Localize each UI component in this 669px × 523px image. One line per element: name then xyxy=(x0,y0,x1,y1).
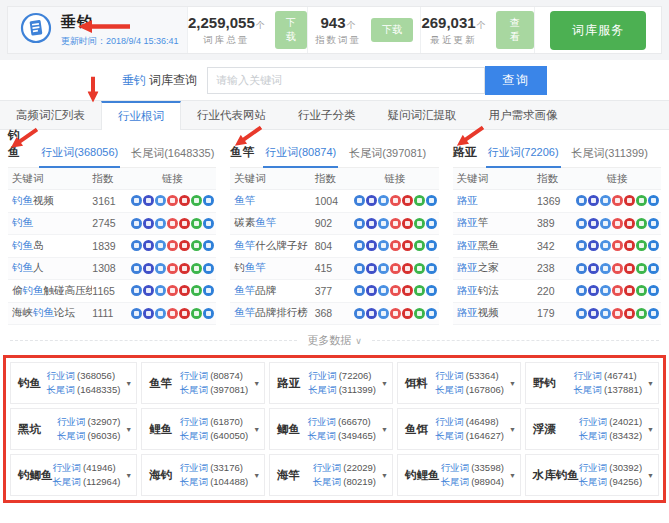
link-platform-icon[interactable] xyxy=(155,285,166,296)
link-platform-icon[interactable] xyxy=(576,240,587,251)
link-platform-icon[interactable] xyxy=(636,218,647,229)
longtail-words-link[interactable]: 长尾词 xyxy=(435,430,464,441)
link-platform-icon[interactable] xyxy=(576,285,587,296)
link-platform-icon[interactable] xyxy=(167,240,178,251)
link-platform-icon[interactable] xyxy=(131,308,142,319)
link-platform-icon[interactable] xyxy=(354,240,365,251)
tab-industry-root-words[interactable]: 行业根词 xyxy=(101,101,181,130)
root-word-card[interactable]: 钓鱼行业词(368056)长尾词(1648335)▼ xyxy=(10,362,137,404)
link-platform-icon[interactable] xyxy=(390,240,401,251)
keyword-link[interactable]: 路亚 xyxy=(453,194,537,208)
link-platform-icon[interactable] xyxy=(390,308,401,319)
link-platform-icon[interactable] xyxy=(203,195,214,206)
link-platform-icon[interactable] xyxy=(414,195,425,206)
industry-words-link[interactable]: 行业词 xyxy=(307,416,336,427)
industry-words-tab[interactable]: 行业词(368056) xyxy=(39,145,120,168)
link-platform-icon[interactable] xyxy=(600,263,611,274)
link-platform-icon[interactable] xyxy=(354,195,365,206)
longtail-words-link[interactable]: 长尾词 xyxy=(435,384,464,395)
link-platform-icon[interactable] xyxy=(636,263,647,274)
link-platform-icon[interactable] xyxy=(390,285,401,296)
link-platform-icon[interactable] xyxy=(179,240,190,251)
longtail-words-link[interactable]: 长尾词 xyxy=(180,476,209,487)
link-platform-icon[interactable] xyxy=(167,195,178,206)
search-input[interactable] xyxy=(207,67,485,94)
root-word-card[interactable]: 鲤鱼行业词(61870)长尾词(640050)▼ xyxy=(141,408,265,450)
link-platform-icon[interactable] xyxy=(155,195,166,206)
longtail-words-link[interactable]: 长尾词 xyxy=(180,430,209,441)
longtail-words-link[interactable]: 长尾词 xyxy=(441,476,470,487)
link-platform-icon[interactable] xyxy=(414,218,425,229)
link-platform-icon[interactable] xyxy=(648,218,659,229)
industry-words-link[interactable]: 行业词 xyxy=(57,416,86,427)
link-platform-icon[interactable] xyxy=(402,195,413,206)
root-word-card[interactable]: 黑坑行业词(32907)长尾词(96036)▼ xyxy=(10,408,137,450)
link-platform-icon[interactable] xyxy=(366,308,377,319)
root-word-card[interactable]: 钓鲤鱼行业词(33598)长尾词(98904)▼ xyxy=(397,454,521,496)
tab-industry-subcategories[interactable]: 行业子分类 xyxy=(282,101,372,129)
root-word-card[interactable]: 路亚行业词(72206)长尾词(311399)▼ xyxy=(269,362,393,404)
tab-user-demand-profile[interactable]: 用户需求画像 xyxy=(473,101,574,129)
root-word-card[interactable]: 鱼竿行业词(80874)长尾词(397081)▼ xyxy=(141,362,265,404)
longtail-words-link[interactable]: 长尾词 xyxy=(47,384,76,395)
longtail-words-link[interactable]: 长尾词 xyxy=(53,476,82,487)
query-button[interactable]: 查询 xyxy=(485,66,547,95)
industry-words-link[interactable]: 行业词 xyxy=(180,416,209,427)
chevron-down-icon[interactable]: ▼ xyxy=(125,426,132,433)
link-platform-icon[interactable] xyxy=(366,263,377,274)
longtail-words-link[interactable]: 长尾词 xyxy=(313,476,342,487)
chevron-down-icon[interactable]: ▼ xyxy=(509,472,516,479)
link-platform-icon[interactable] xyxy=(402,308,413,319)
link-platform-icon[interactable] xyxy=(612,308,623,319)
root-word-card[interactable]: 野钓行业词(46741)长尾词(137881)▼ xyxy=(525,362,659,404)
industry-words-tab[interactable]: 行业词(72206) xyxy=(486,145,561,168)
link-platform-icon[interactable] xyxy=(648,308,659,319)
download-button[interactable]: 下载 xyxy=(371,18,413,42)
keyword-link[interactable]: 路亚视频 xyxy=(453,306,537,320)
root-word-card[interactable]: 饵料行业词(53364)长尾词(167806)▼ xyxy=(397,362,521,404)
link-platform-icon[interactable] xyxy=(624,263,635,274)
link-platform-icon[interactable] xyxy=(624,285,635,296)
link-platform-icon[interactable] xyxy=(414,263,425,274)
link-platform-icon[interactable] xyxy=(576,263,587,274)
chevron-down-icon[interactable]: ▼ xyxy=(509,380,516,387)
link-platform-icon[interactable] xyxy=(648,240,659,251)
longtail-words-link[interactable]: 长尾词 xyxy=(308,384,337,395)
link-platform-icon[interactable] xyxy=(354,285,365,296)
link-platform-icon[interactable] xyxy=(414,240,425,251)
industry-words-link[interactable]: 行业词 xyxy=(579,462,608,473)
link-platform-icon[interactable] xyxy=(366,218,377,229)
link-platform-icon[interactable] xyxy=(612,263,623,274)
link-platform-icon[interactable] xyxy=(624,195,635,206)
longtail-words-link[interactable]: 长尾词 xyxy=(574,384,603,395)
link-platform-icon[interactable] xyxy=(366,195,377,206)
keyword-link[interactable]: 路亚之家 xyxy=(453,261,537,275)
link-platform-icon[interactable] xyxy=(648,195,659,206)
link-platform-icon[interactable] xyxy=(612,195,623,206)
link-platform-icon[interactable] xyxy=(600,308,611,319)
link-platform-icon[interactable] xyxy=(588,218,599,229)
link-platform-icon[interactable] xyxy=(131,240,142,251)
link-platform-icon[interactable] xyxy=(191,218,202,229)
industry-words-link[interactable]: 行业词 xyxy=(47,370,76,381)
longtail-words-tab[interactable]: 长尾词(397081) xyxy=(347,146,428,167)
link-platform-icon[interactable] xyxy=(636,308,647,319)
industry-words-link[interactable]: 行业词 xyxy=(308,370,337,381)
link-platform-icon[interactable] xyxy=(378,308,389,319)
industry-words-link[interactable]: 行业词 xyxy=(313,462,342,473)
link-platform-icon[interactable] xyxy=(191,195,202,206)
link-platform-icon[interactable] xyxy=(600,285,611,296)
keyword-link[interactable]: 鱼竿品牌 xyxy=(230,284,314,298)
link-platform-icon[interactable] xyxy=(143,263,154,274)
link-platform-icon[interactable] xyxy=(167,285,178,296)
link-platform-icon[interactable] xyxy=(414,285,425,296)
link-platform-icon[interactable] xyxy=(366,285,377,296)
link-platform-icon[interactable] xyxy=(636,195,647,206)
keyword-link[interactable]: 路亚钓法 xyxy=(453,284,537,298)
industry-words-link[interactable]: 行业词 xyxy=(441,462,470,473)
industry-words-link[interactable]: 行业词 xyxy=(574,370,603,381)
link-platform-icon[interactable] xyxy=(612,285,623,296)
link-platform-icon[interactable] xyxy=(426,218,437,229)
keyword-link[interactable]: 鱼竿什么牌子好 xyxy=(230,239,314,253)
tab-question-words[interactable]: 疑问词汇提取 xyxy=(372,101,473,129)
